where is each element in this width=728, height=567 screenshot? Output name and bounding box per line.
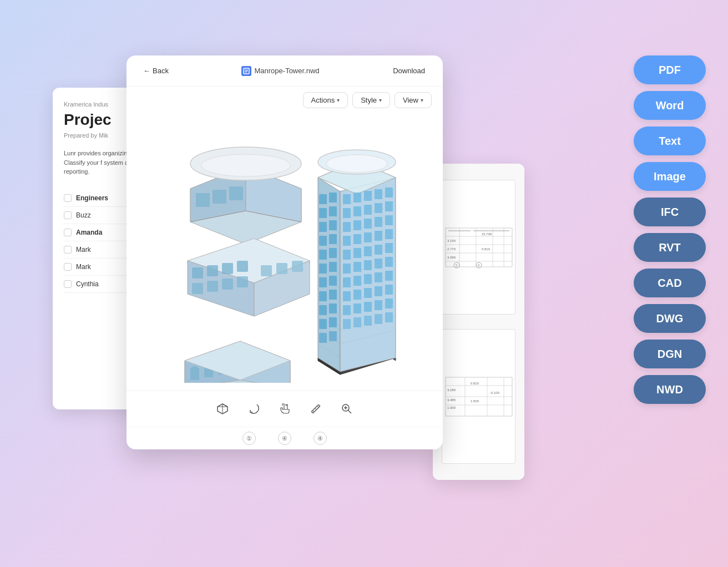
svg-point-77 — [326, 155, 387, 173]
svg-rect-87 — [329, 248, 337, 258]
style-chevron: ▾ — [379, 97, 382, 103]
checkbox[interactable] — [64, 246, 72, 254]
ifc-button[interactable]: IFC — [634, 198, 706, 226]
svg-rect-99 — [329, 331, 337, 341]
svg-rect-83 — [329, 220, 337, 230]
svg-text:-0.100: -0.100 — [490, 391, 500, 394]
viewer-tools — [127, 391, 443, 427]
svg-rect-107 — [364, 205, 372, 215]
svg-rect-80 — [319, 208, 327, 218]
page-1-button[interactable]: ① — [242, 432, 256, 445]
cad-button[interactable]: CAD — [634, 269, 706, 297]
pdf-button[interactable]: PDF — [634, 55, 706, 84]
svg-text:0.810: 0.810 — [482, 247, 491, 251]
svg-line-176 — [313, 411, 314, 412]
image-button[interactable]: Image — [634, 162, 706, 191]
buildings-svg — [163, 122, 407, 383]
svg-line-180 — [348, 410, 351, 413]
svg-text:3.090: 3.090 — [447, 256, 456, 259]
svg-text:15.700: 15.700 — [482, 232, 492, 236]
svg-rect-61 — [292, 261, 303, 272]
back-button[interactable]: ← Back — [138, 63, 174, 78]
svg-text:5: 5 — [456, 264, 458, 267]
main-viewer: ← Back Manrope-Tower.nwd Download Action… — [127, 55, 443, 449]
svg-rect-120 — [343, 250, 351, 260]
blueprint-drawing-top: 3.150 2.770 3.090 15.700 0.810 5 6 — [443, 225, 515, 270]
page-4-button[interactable]: ④ — [278, 432, 291, 445]
svg-rect-89 — [329, 262, 337, 272]
svg-rect-85 — [329, 234, 337, 244]
checkbox[interactable] — [64, 229, 72, 236]
dgn-button[interactable]: DGN — [634, 340, 706, 368]
text-button[interactable]: Text — [634, 126, 706, 155]
viewer-header: ← Back Manrope-Tower.nwd Download — [127, 55, 443, 87]
svg-text:1.500: 1.500 — [471, 399, 479, 403]
svg-rect-91 — [329, 276, 337, 286]
svg-rect-53 — [222, 263, 233, 274]
svg-rect-122 — [364, 246, 372, 256]
word-button[interactable]: Word — [634, 91, 706, 120]
svg-rect-54 — [237, 261, 248, 272]
rvt-button[interactable]: RVT — [634, 233, 706, 262]
view-label: View — [403, 96, 418, 104]
file-type-icon — [241, 66, 251, 76]
svg-rect-145 — [343, 319, 351, 329]
svg-rect-100 — [343, 194, 351, 204]
back-label: Back — [153, 67, 169, 75]
svg-line-177 — [315, 408, 316, 409]
page-4b-button[interactable]: ④ — [314, 432, 327, 445]
svg-point-44 — [201, 154, 290, 176]
svg-rect-42 — [229, 186, 243, 200]
svg-rect-88 — [319, 264, 327, 274]
svg-text:3.180: 3.180 — [447, 388, 456, 392]
svg-rect-79 — [329, 193, 337, 202]
svg-rect-82 — [319, 222, 327, 232]
svg-rect-127 — [364, 260, 372, 270]
dwg-button[interactable]: DWG — [634, 304, 706, 333]
svg-rect-110 — [343, 222, 351, 232]
checkbox[interactable] — [64, 263, 72, 271]
zoom-tool[interactable] — [337, 399, 357, 419]
svg-rect-148 — [375, 314, 382, 324]
svg-rect-112 — [364, 219, 372, 229]
svg-rect-123 — [375, 245, 382, 255]
svg-rect-81 — [329, 206, 337, 216]
svg-rect-93 — [329, 290, 337, 300]
svg-text:0.810: 0.810 — [471, 382, 479, 385]
measure-tool[interactable] — [306, 399, 326, 419]
svg-rect-94 — [319, 305, 327, 315]
checkbox[interactable] — [64, 280, 72, 288]
svg-rect-125 — [343, 264, 351, 274]
actions-button[interactable]: Actions ▾ — [303, 92, 348, 108]
view-chevron: ▾ — [421, 97, 423, 103]
svg-rect-117 — [364, 232, 372, 242]
svg-rect-55 — [192, 283, 203, 294]
svg-rect-78 — [319, 194, 327, 204]
cube-tool[interactable] — [213, 399, 232, 419]
svg-rect-140 — [343, 305, 351, 315]
svg-rect-142 — [364, 302, 372, 312]
checkbox[interactable] — [64, 211, 72, 219]
format-buttons-panel: PDF Word Text Image IFC RVT CAD DWG DGN … — [634, 55, 706, 404]
svg-rect-135 — [343, 291, 351, 301]
svg-text:1.000: 1.000 — [447, 406, 456, 409]
svg-rect-147 — [364, 316, 372, 326]
rotate-tool[interactable] — [244, 399, 264, 419]
blueprint-section-top: 3.150 2.770 3.090 15.700 0.810 5 6 — [442, 180, 515, 314]
svg-rect-84 — [319, 236, 327, 246]
checkbox[interactable] — [64, 194, 72, 202]
svg-rect-41 — [213, 190, 226, 204]
svg-rect-132 — [364, 274, 372, 284]
viewer-canvas — [127, 114, 443, 391]
actions-label: Actions — [311, 96, 335, 104]
svg-rect-113 — [375, 217, 382, 227]
view-button[interactable]: View ▾ — [395, 92, 432, 108]
style-button[interactable]: Style ▾ — [352, 92, 390, 108]
nwd-button[interactable]: NWD — [634, 375, 706, 404]
download-button[interactable]: Download — [386, 63, 432, 78]
svg-rect-98 — [319, 333, 327, 343]
svg-rect-103 — [375, 189, 382, 199]
svg-rect-60 — [276, 263, 287, 274]
pan-tool[interactable] — [275, 399, 295, 419]
svg-rect-133 — [375, 272, 382, 282]
